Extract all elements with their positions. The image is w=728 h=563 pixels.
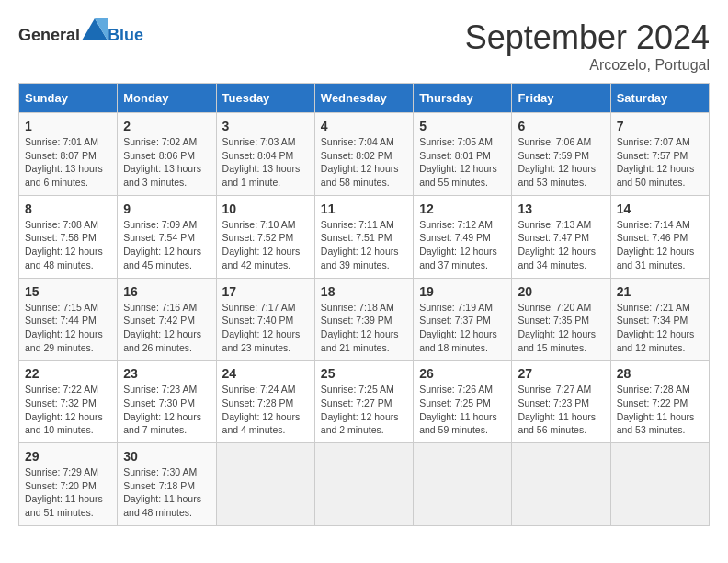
day-number: 28 [617,366,703,381]
day-info: Sunrise: 7:29 AM Sunset: 7:20 PM Dayligh… [25,465,111,520]
calendar-header-row: SundayMondayTuesdayWednesdayThursdayFrid… [19,84,710,113]
day-info: Sunrise: 7:02 AM Sunset: 8:06 PM Dayligh… [123,135,210,190]
day-info: Sunrise: 7:11 AM Sunset: 7:51 PM Dayligh… [321,218,407,272]
calendar-header-cell: Friday [512,84,610,113]
day-info: Sunrise: 7:17 AM Sunset: 7:40 PM Dayligh… [222,301,309,355]
calendar-cell [216,443,314,526]
calendar-cell: 13 Sunrise: 7:13 AM Sunset: 7:47 PM Dayl… [512,195,610,278]
calendar-cell: 5 Sunrise: 7:05 AM Sunset: 8:01 PM Dayli… [414,113,512,196]
calendar-header-cell: Saturday [610,84,709,113]
day-info: Sunrise: 7:27 AM Sunset: 7:23 PM Dayligh… [518,383,604,437]
day-number: 24 [222,366,309,381]
calendar-cell: 30 Sunrise: 7:30 AM Sunset: 7:18 PM Dayl… [118,443,216,526]
day-info: Sunrise: 7:30 AM Sunset: 7:18 PM Dayligh… [123,465,210,520]
calendar-table: SundayMondayTuesdayWednesdayThursdayFrid… [18,83,710,526]
logo: GeneralBlue [18,18,143,45]
day-number: 4 [321,119,407,133]
calendar-week-row: 29 Sunrise: 7:29 AM Sunset: 7:20 PM Dayl… [19,443,710,526]
calendar-cell: 25 Sunrise: 7:25 AM Sunset: 7:27 PM Dayl… [314,361,413,443]
calendar-cell [610,443,709,526]
calendar-cell: 29 Sunrise: 7:29 AM Sunset: 7:20 PM Dayl… [19,443,118,526]
day-number: 27 [518,366,604,381]
calendar-cell: 14 Sunrise: 7:14 AM Sunset: 7:46 PM Dayl… [610,195,709,278]
day-info: Sunrise: 7:18 AM Sunset: 7:39 PM Dayligh… [321,301,407,355]
calendar-cell: 24 Sunrise: 7:24 AM Sunset: 7:28 PM Dayl… [216,361,314,443]
calendar-cell: 23 Sunrise: 7:23 AM Sunset: 7:30 PM Dayl… [118,361,216,443]
calendar-cell: 27 Sunrise: 7:27 AM Sunset: 7:23 PM Dayl… [512,361,610,443]
day-number: 19 [419,284,506,299]
header: GeneralBlue September 2024 Arcozelo, Por… [18,18,710,74]
day-info: Sunrise: 7:19 AM Sunset: 7:37 PM Dayligh… [419,301,506,355]
calendar-cell: 2 Sunrise: 7:02 AM Sunset: 8:06 PM Dayli… [118,113,216,196]
logo-icon [82,18,108,40]
calendar-cell [414,443,512,526]
day-info: Sunrise: 7:23 AM Sunset: 7:30 PM Dayligh… [123,383,210,437]
calendar-cell: 17 Sunrise: 7:17 AM Sunset: 7:40 PM Dayl… [216,278,314,361]
location-title: Arcozelo, Portugal [465,57,710,74]
day-number: 6 [518,119,604,133]
day-number: 20 [518,284,604,299]
day-info: Sunrise: 7:10 AM Sunset: 7:52 PM Dayligh… [222,218,309,272]
calendar-body: 1 Sunrise: 7:01 AM Sunset: 8:07 PM Dayli… [19,113,710,526]
calendar-cell: 15 Sunrise: 7:15 AM Sunset: 7:44 PM Dayl… [19,278,118,361]
calendar-cell: 8 Sunrise: 7:08 AM Sunset: 7:56 PM Dayli… [19,195,118,278]
calendar-cell [512,443,610,526]
calendar-header-cell: Sunday [19,84,118,113]
day-info: Sunrise: 7:07 AM Sunset: 7:57 PM Dayligh… [617,135,703,190]
day-number: 7 [617,119,703,133]
calendar-cell: 19 Sunrise: 7:19 AM Sunset: 7:37 PM Dayl… [414,278,512,361]
day-info: Sunrise: 7:21 AM Sunset: 7:34 PM Dayligh… [617,301,703,355]
day-info: Sunrise: 7:12 AM Sunset: 7:49 PM Dayligh… [419,218,506,272]
calendar-cell: 21 Sunrise: 7:21 AM Sunset: 7:34 PM Dayl… [610,278,709,361]
day-number: 18 [321,284,407,299]
day-info: Sunrise: 7:06 AM Sunset: 7:59 PM Dayligh… [518,135,604,190]
calendar-cell: 6 Sunrise: 7:06 AM Sunset: 7:59 PM Dayli… [512,113,610,196]
logo-text: GeneralBlue [18,18,143,45]
calendar-cell: 7 Sunrise: 7:07 AM Sunset: 7:57 PM Dayli… [610,113,709,196]
day-number: 5 [419,119,506,133]
day-number: 17 [222,284,309,299]
calendar-cell: 28 Sunrise: 7:28 AM Sunset: 7:22 PM Dayl… [610,361,709,443]
day-info: Sunrise: 7:04 AM Sunset: 8:02 PM Dayligh… [321,135,407,190]
calendar-cell: 20 Sunrise: 7:20 AM Sunset: 7:35 PM Dayl… [512,278,610,361]
calendar-header-cell: Thursday [414,84,512,113]
day-number: 26 [419,366,506,381]
calendar-cell [314,443,413,526]
day-number: 23 [123,366,210,381]
calendar-week-row: 22 Sunrise: 7:22 AM Sunset: 7:32 PM Dayl… [19,361,710,443]
day-info: Sunrise: 7:28 AM Sunset: 7:22 PM Dayligh… [617,383,703,437]
day-number: 22 [25,366,111,381]
day-info: Sunrise: 7:15 AM Sunset: 7:44 PM Dayligh… [25,301,111,355]
day-number: 11 [321,201,407,216]
day-number: 21 [617,284,703,299]
calendar-week-row: 8 Sunrise: 7:08 AM Sunset: 7:56 PM Dayli… [19,195,710,278]
day-number: 12 [419,201,506,216]
calendar-cell: 4 Sunrise: 7:04 AM Sunset: 8:02 PM Dayli… [314,113,413,196]
title-area: September 2024 Arcozelo, Portugal [465,18,710,74]
day-number: 9 [123,201,210,216]
calendar-cell: 18 Sunrise: 7:18 AM Sunset: 7:39 PM Dayl… [314,278,413,361]
day-info: Sunrise: 7:03 AM Sunset: 8:04 PM Dayligh… [222,135,309,190]
day-number: 15 [25,284,111,299]
day-info: Sunrise: 7:09 AM Sunset: 7:54 PM Dayligh… [123,218,210,272]
day-info: Sunrise: 7:26 AM Sunset: 7:25 PM Dayligh… [419,383,506,437]
calendar-cell: 12 Sunrise: 7:12 AM Sunset: 7:49 PM Dayl… [414,195,512,278]
calendar-cell: 26 Sunrise: 7:26 AM Sunset: 7:25 PM Dayl… [414,361,512,443]
day-info: Sunrise: 7:25 AM Sunset: 7:27 PM Dayligh… [321,383,407,437]
calendar-week-row: 1 Sunrise: 7:01 AM Sunset: 8:07 PM Dayli… [19,113,710,196]
day-info: Sunrise: 7:20 AM Sunset: 7:35 PM Dayligh… [518,301,604,355]
calendar-cell: 10 Sunrise: 7:10 AM Sunset: 7:52 PM Dayl… [216,195,314,278]
day-number: 16 [123,284,210,299]
calendar-cell: 11 Sunrise: 7:11 AM Sunset: 7:51 PM Dayl… [314,195,413,278]
day-number: 30 [123,449,210,464]
calendar-cell: 3 Sunrise: 7:03 AM Sunset: 8:04 PM Dayli… [216,113,314,196]
day-number: 25 [321,366,407,381]
calendar-header-cell: Tuesday [216,84,314,113]
day-number: 13 [518,201,604,216]
calendar-cell: 9 Sunrise: 7:09 AM Sunset: 7:54 PM Dayli… [118,195,216,278]
calendar-cell: 16 Sunrise: 7:16 AM Sunset: 7:42 PM Dayl… [118,278,216,361]
day-number: 10 [222,201,309,216]
day-info: Sunrise: 7:05 AM Sunset: 8:01 PM Dayligh… [419,135,506,190]
day-info: Sunrise: 7:01 AM Sunset: 8:07 PM Dayligh… [25,135,111,190]
calendar-header-cell: Wednesday [314,84,413,113]
